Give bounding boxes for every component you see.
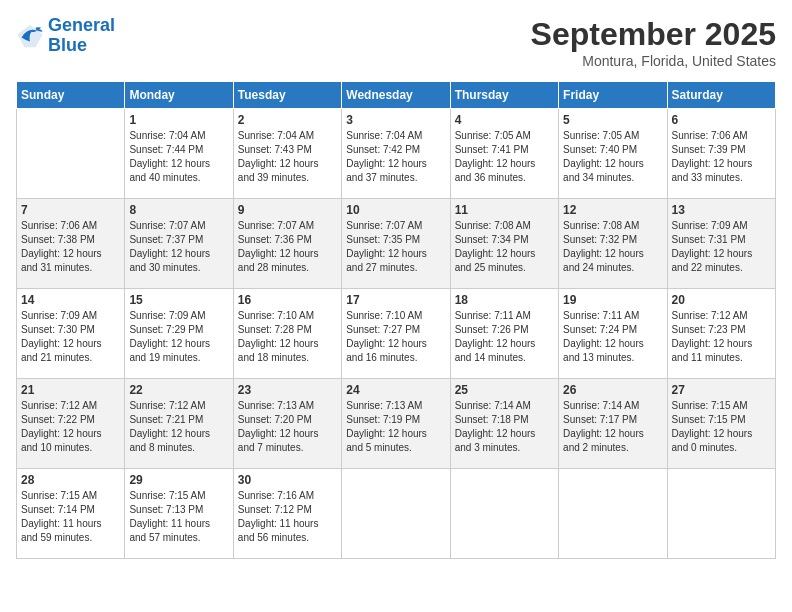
day-number: 3: [346, 113, 445, 127]
day-number: 12: [563, 203, 662, 217]
calendar-week-4: 28Sunrise: 7:15 AM Sunset: 7:14 PM Dayli…: [17, 469, 776, 559]
header-cell-wednesday: Wednesday: [342, 82, 450, 109]
day-number: 21: [21, 383, 120, 397]
day-info: Sunrise: 7:11 AM Sunset: 7:26 PM Dayligh…: [455, 309, 554, 365]
day-info: Sunrise: 7:08 AM Sunset: 7:34 PM Dayligh…: [455, 219, 554, 275]
calendar-cell: [17, 109, 125, 199]
day-info: Sunrise: 7:06 AM Sunset: 7:39 PM Dayligh…: [672, 129, 771, 185]
calendar-cell: 25Sunrise: 7:14 AM Sunset: 7:18 PM Dayli…: [450, 379, 558, 469]
calendar-cell: 7Sunrise: 7:06 AM Sunset: 7:38 PM Daylig…: [17, 199, 125, 289]
calendar-cell: 26Sunrise: 7:14 AM Sunset: 7:17 PM Dayli…: [559, 379, 667, 469]
header-cell-thursday: Thursday: [450, 82, 558, 109]
calendar-cell: 4Sunrise: 7:05 AM Sunset: 7:41 PM Daylig…: [450, 109, 558, 199]
day-info: Sunrise: 7:16 AM Sunset: 7:12 PM Dayligh…: [238, 489, 337, 545]
day-info: Sunrise: 7:07 AM Sunset: 7:37 PM Dayligh…: [129, 219, 228, 275]
calendar-subtitle: Montura, Florida, United States: [531, 53, 776, 69]
day-info: Sunrise: 7:15 AM Sunset: 7:13 PM Dayligh…: [129, 489, 228, 545]
calendar-week-1: 7Sunrise: 7:06 AM Sunset: 7:38 PM Daylig…: [17, 199, 776, 289]
header-cell-sunday: Sunday: [17, 82, 125, 109]
calendar-cell: [450, 469, 558, 559]
day-number: 26: [563, 383, 662, 397]
day-info: Sunrise: 7:15 AM Sunset: 7:15 PM Dayligh…: [672, 399, 771, 455]
day-number: 19: [563, 293, 662, 307]
day-info: Sunrise: 7:10 AM Sunset: 7:28 PM Dayligh…: [238, 309, 337, 365]
day-info: Sunrise: 7:09 AM Sunset: 7:29 PM Dayligh…: [129, 309, 228, 365]
page-header: General Blue September 2025 Montura, Flo…: [16, 16, 776, 69]
day-info: Sunrise: 7:09 AM Sunset: 7:31 PM Dayligh…: [672, 219, 771, 275]
day-number: 20: [672, 293, 771, 307]
calendar-cell: 1Sunrise: 7:04 AM Sunset: 7:44 PM Daylig…: [125, 109, 233, 199]
calendar-cell: 12Sunrise: 7:08 AM Sunset: 7:32 PM Dayli…: [559, 199, 667, 289]
header-cell-friday: Friday: [559, 82, 667, 109]
day-number: 15: [129, 293, 228, 307]
day-number: 30: [238, 473, 337, 487]
day-number: 17: [346, 293, 445, 307]
day-number: 13: [672, 203, 771, 217]
title-block: September 2025 Montura, Florida, United …: [531, 16, 776, 69]
calendar-cell: 24Sunrise: 7:13 AM Sunset: 7:19 PM Dayli…: [342, 379, 450, 469]
day-number: 9: [238, 203, 337, 217]
calendar-cell: 27Sunrise: 7:15 AM Sunset: 7:15 PM Dayli…: [667, 379, 775, 469]
day-number: 25: [455, 383, 554, 397]
day-info: Sunrise: 7:13 AM Sunset: 7:20 PM Dayligh…: [238, 399, 337, 455]
calendar-cell: 10Sunrise: 7:07 AM Sunset: 7:35 PM Dayli…: [342, 199, 450, 289]
calendar-cell: 11Sunrise: 7:08 AM Sunset: 7:34 PM Dayli…: [450, 199, 558, 289]
day-number: 5: [563, 113, 662, 127]
day-number: 28: [21, 473, 120, 487]
calendar-week-2: 14Sunrise: 7:09 AM Sunset: 7:30 PM Dayli…: [17, 289, 776, 379]
calendar-cell: 5Sunrise: 7:05 AM Sunset: 7:40 PM Daylig…: [559, 109, 667, 199]
day-info: Sunrise: 7:05 AM Sunset: 7:40 PM Dayligh…: [563, 129, 662, 185]
day-number: 29: [129, 473, 228, 487]
calendar-cell: [667, 469, 775, 559]
calendar-table: SundayMondayTuesdayWednesdayThursdayFrid…: [16, 81, 776, 559]
calendar-header: SundayMondayTuesdayWednesdayThursdayFrid…: [17, 82, 776, 109]
calendar-cell: 9Sunrise: 7:07 AM Sunset: 7:36 PM Daylig…: [233, 199, 341, 289]
day-info: Sunrise: 7:04 AM Sunset: 7:43 PM Dayligh…: [238, 129, 337, 185]
calendar-cell: 30Sunrise: 7:16 AM Sunset: 7:12 PM Dayli…: [233, 469, 341, 559]
day-number: 2: [238, 113, 337, 127]
day-number: 23: [238, 383, 337, 397]
calendar-week-0: 1Sunrise: 7:04 AM Sunset: 7:44 PM Daylig…: [17, 109, 776, 199]
day-info: Sunrise: 7:04 AM Sunset: 7:42 PM Dayligh…: [346, 129, 445, 185]
day-number: 7: [21, 203, 120, 217]
calendar-cell: 19Sunrise: 7:11 AM Sunset: 7:24 PM Dayli…: [559, 289, 667, 379]
logo-icon: [16, 22, 44, 50]
day-info: Sunrise: 7:14 AM Sunset: 7:17 PM Dayligh…: [563, 399, 662, 455]
day-info: Sunrise: 7:12 AM Sunset: 7:22 PM Dayligh…: [21, 399, 120, 455]
logo: General Blue: [16, 16, 115, 56]
calendar-cell: 15Sunrise: 7:09 AM Sunset: 7:29 PM Dayli…: [125, 289, 233, 379]
header-row: SundayMondayTuesdayWednesdayThursdayFrid…: [17, 82, 776, 109]
day-number: 24: [346, 383, 445, 397]
day-info: Sunrise: 7:06 AM Sunset: 7:38 PM Dayligh…: [21, 219, 120, 275]
header-cell-tuesday: Tuesday: [233, 82, 341, 109]
calendar-cell: 13Sunrise: 7:09 AM Sunset: 7:31 PM Dayli…: [667, 199, 775, 289]
calendar-cell: 17Sunrise: 7:10 AM Sunset: 7:27 PM Dayli…: [342, 289, 450, 379]
day-number: 8: [129, 203, 228, 217]
logo-text: General Blue: [48, 16, 115, 56]
calendar-cell: 18Sunrise: 7:11 AM Sunset: 7:26 PM Dayli…: [450, 289, 558, 379]
day-info: Sunrise: 7:07 AM Sunset: 7:36 PM Dayligh…: [238, 219, 337, 275]
day-number: 1: [129, 113, 228, 127]
calendar-cell: 3Sunrise: 7:04 AM Sunset: 7:42 PM Daylig…: [342, 109, 450, 199]
calendar-cell: 20Sunrise: 7:12 AM Sunset: 7:23 PM Dayli…: [667, 289, 775, 379]
day-info: Sunrise: 7:10 AM Sunset: 7:27 PM Dayligh…: [346, 309, 445, 365]
day-info: Sunrise: 7:13 AM Sunset: 7:19 PM Dayligh…: [346, 399, 445, 455]
day-info: Sunrise: 7:04 AM Sunset: 7:44 PM Dayligh…: [129, 129, 228, 185]
calendar-body: 1Sunrise: 7:04 AM Sunset: 7:44 PM Daylig…: [17, 109, 776, 559]
calendar-cell: 29Sunrise: 7:15 AM Sunset: 7:13 PM Dayli…: [125, 469, 233, 559]
calendar-cell: 22Sunrise: 7:12 AM Sunset: 7:21 PM Dayli…: [125, 379, 233, 469]
calendar-cell: 6Sunrise: 7:06 AM Sunset: 7:39 PM Daylig…: [667, 109, 775, 199]
calendar-title: September 2025: [531, 16, 776, 53]
day-number: 18: [455, 293, 554, 307]
calendar-week-3: 21Sunrise: 7:12 AM Sunset: 7:22 PM Dayli…: [17, 379, 776, 469]
day-number: 10: [346, 203, 445, 217]
calendar-cell: 2Sunrise: 7:04 AM Sunset: 7:43 PM Daylig…: [233, 109, 341, 199]
calendar-cell: 28Sunrise: 7:15 AM Sunset: 7:14 PM Dayli…: [17, 469, 125, 559]
day-info: Sunrise: 7:11 AM Sunset: 7:24 PM Dayligh…: [563, 309, 662, 365]
day-number: 22: [129, 383, 228, 397]
day-info: Sunrise: 7:12 AM Sunset: 7:21 PM Dayligh…: [129, 399, 228, 455]
day-info: Sunrise: 7:08 AM Sunset: 7:32 PM Dayligh…: [563, 219, 662, 275]
day-info: Sunrise: 7:09 AM Sunset: 7:30 PM Dayligh…: [21, 309, 120, 365]
calendar-cell: 23Sunrise: 7:13 AM Sunset: 7:20 PM Dayli…: [233, 379, 341, 469]
day-info: Sunrise: 7:05 AM Sunset: 7:41 PM Dayligh…: [455, 129, 554, 185]
